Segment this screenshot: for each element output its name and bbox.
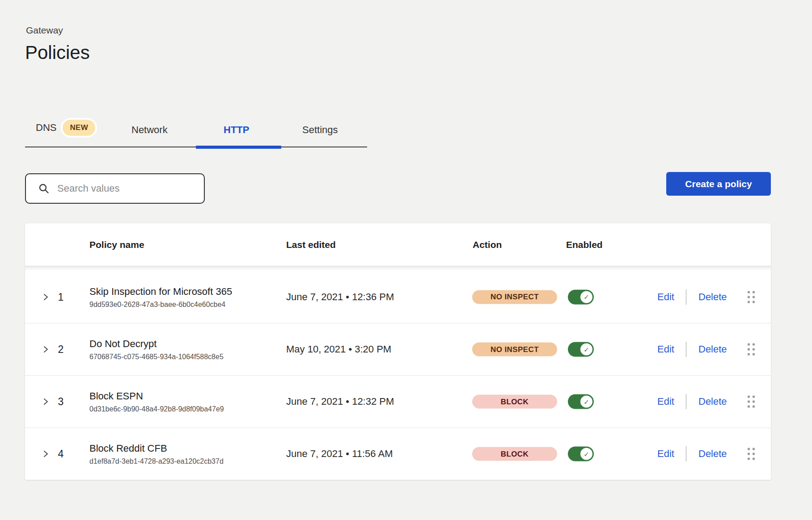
policy-name: Block ESPN xyxy=(89,390,224,402)
policy-id: 67068745-c075-4685-934a-1064f588c8e5 xyxy=(89,353,224,361)
last-edited: June 7, 2021 • 12:32 PM xyxy=(286,396,394,407)
action-badge: NO INSPECT xyxy=(472,290,557,304)
enabled-toggle[interactable]: ✓ xyxy=(568,394,594,409)
policy-id: 0d31be6c-9b90-48a4-92b8-9d8f09ba47e9 xyxy=(89,405,224,413)
check-icon: ✓ xyxy=(584,398,589,406)
expand-row-button[interactable] xyxy=(40,449,51,459)
active-tab-underline xyxy=(196,146,281,149)
last-edited: May 10, 2021 • 3:20 PM xyxy=(286,344,391,355)
header-shadow xyxy=(25,266,771,271)
expand-row-button[interactable] xyxy=(40,344,51,355)
tab-label: DNS xyxy=(36,122,56,134)
action-divider xyxy=(686,289,686,305)
edit-link[interactable]: Edit xyxy=(657,344,674,355)
table-row: 2 Do Not Decrypt 67068745-c075-4685-934a… xyxy=(25,323,771,375)
search-box[interactable] xyxy=(25,173,205,204)
enabled-toggle[interactable]: ✓ xyxy=(568,289,594,304)
table-row: 1 Skip Inspection for Microsoft 365 9dd5… xyxy=(25,271,771,323)
chevron-right-icon xyxy=(42,345,50,353)
action-badge: BLOCK xyxy=(472,395,557,409)
policies-table: Policy name Last edited Action Enabled 1… xyxy=(25,223,771,480)
toggle-knob: ✓ xyxy=(580,448,592,460)
tab-settings[interactable]: Settings xyxy=(302,124,338,136)
delete-link[interactable]: Delete xyxy=(698,448,727,460)
policy-name-cell: Block ESPN 0d31be6c-9b90-48a4-92b8-9d8f0… xyxy=(89,390,224,413)
action-divider xyxy=(686,342,686,357)
breadcrumb: Gateway xyxy=(26,25,63,36)
table-row: 3 Block ESPN 0d31be6c-9b90-48a4-92b8-9d8… xyxy=(25,375,771,428)
action-badge: BLOCK xyxy=(472,447,557,461)
action-divider xyxy=(686,446,686,461)
tab-label: Settings xyxy=(302,124,338,136)
policy-name-cell: Skip Inspection for Microsoft 365 9dd593… xyxy=(89,285,232,308)
column-header-policy-name: Policy name xyxy=(89,239,144,250)
tab-label: Network xyxy=(131,124,168,136)
row-number: 3 xyxy=(53,396,69,408)
edit-link[interactable]: Edit xyxy=(657,448,674,460)
last-edited: June 7, 2021 • 11:56 AM xyxy=(286,448,393,460)
row-number: 1 xyxy=(53,291,69,303)
tab-label: HTTP xyxy=(224,124,249,136)
policy-id: 9dd593e0-2628-47a3-baee-6b0c4e60cbe4 xyxy=(89,300,232,308)
drag-handle-icon[interactable] xyxy=(748,396,755,408)
delete-link[interactable]: Delete xyxy=(698,396,727,407)
policy-name-cell: Do Not Decrypt 67068745-c075-4685-934a-1… xyxy=(89,338,224,361)
search-input[interactable] xyxy=(57,183,195,194)
delete-link[interactable]: Delete xyxy=(698,344,727,355)
chevron-right-icon xyxy=(42,293,50,301)
tab-dns[interactable]: DNS NEW xyxy=(36,120,95,136)
policy-id: d1ef8a7d-3eb1-4728-a293-ea120c2cb37d xyxy=(89,457,224,465)
expand-row-button[interactable] xyxy=(40,292,51,302)
column-header-enabled: Enabled xyxy=(566,239,603,250)
policy-name: Skip Inspection for Microsoft 365 xyxy=(89,285,232,297)
create-policy-button[interactable]: Create a policy xyxy=(666,172,771,196)
chevron-right-icon xyxy=(42,450,50,458)
row-number: 2 xyxy=(53,344,69,356)
toggle-knob: ✓ xyxy=(580,291,592,303)
drag-handle-icon[interactable] xyxy=(748,344,755,356)
edit-link[interactable]: Edit xyxy=(657,291,674,303)
column-header-action: Action xyxy=(473,239,502,250)
policy-name: Do Not Decrypt xyxy=(89,338,224,350)
action-badge: NO INSPECT xyxy=(472,343,557,356)
table-header: Policy name Last edited Action Enabled xyxy=(25,223,771,266)
column-header-last-edited: Last edited xyxy=(286,239,336,250)
search-icon xyxy=(38,183,49,194)
tab-http[interactable]: HTTP xyxy=(224,124,249,136)
tab-network[interactable]: Network xyxy=(131,124,168,136)
expand-row-button[interactable] xyxy=(40,396,51,407)
table-row: 4 Block Reddit CFB d1ef8a7d-3eb1-4728-a2… xyxy=(25,428,771,480)
policy-name-cell: Block Reddit CFB d1ef8a7d-3eb1-4728-a293… xyxy=(89,443,224,465)
enabled-toggle[interactable]: ✓ xyxy=(568,342,594,357)
enabled-toggle[interactable]: ✓ xyxy=(568,447,594,461)
new-badge: NEW xyxy=(63,120,95,136)
toggle-knob: ✓ xyxy=(580,344,592,356)
delete-link[interactable]: Delete xyxy=(698,291,727,303)
chevron-right-icon xyxy=(42,398,50,406)
toggle-knob: ✓ xyxy=(580,396,592,408)
row-number: 4 xyxy=(53,448,69,460)
edit-link[interactable]: Edit xyxy=(657,396,674,407)
check-icon: ✓ xyxy=(584,450,589,458)
check-icon: ✓ xyxy=(584,345,589,353)
tab-bar: DNS NEW Network HTTP Settings xyxy=(25,113,367,147)
last-edited: June 7, 2021 • 12:36 PM xyxy=(286,291,394,303)
action-divider xyxy=(686,394,686,409)
policy-name: Block Reddit CFB xyxy=(89,443,224,454)
drag-handle-icon[interactable] xyxy=(748,291,755,303)
gateway-policies-page: Gateway Policies DNS NEW Network HTTP Se… xyxy=(0,0,812,520)
drag-handle-icon[interactable] xyxy=(748,448,755,460)
page-title: Policies xyxy=(25,42,90,63)
check-icon: ✓ xyxy=(584,293,589,301)
